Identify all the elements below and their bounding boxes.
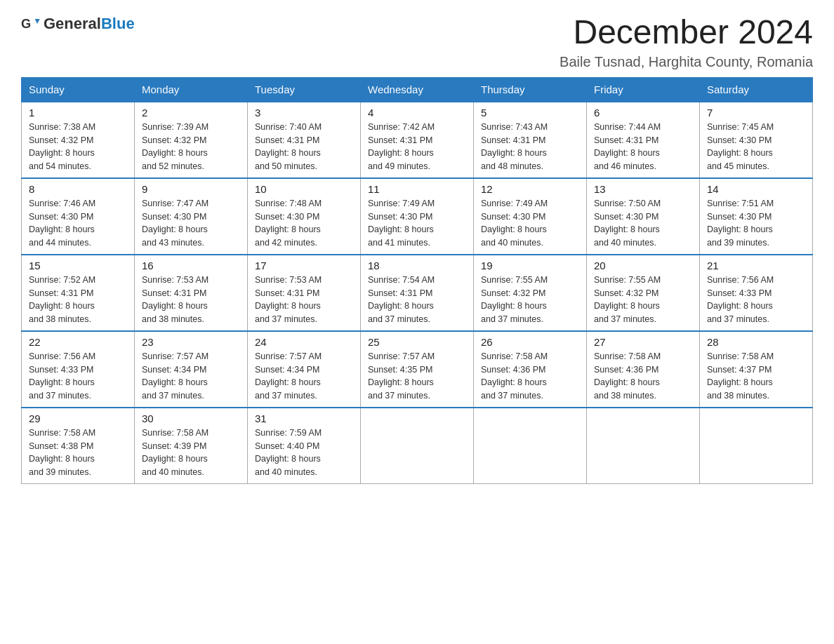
day-number: 16 xyxy=(142,260,240,271)
day-info: Sunrise: 7:55 AMSunset: 4:32 PMDaylight:… xyxy=(594,274,692,326)
day-info: Sunrise: 7:53 AMSunset: 4:31 PMDaylight:… xyxy=(255,274,353,326)
day-number: 1 xyxy=(29,107,127,119)
day-info: Sunrise: 7:58 AMSunset: 4:38 PMDaylight:… xyxy=(29,427,127,479)
calendar-cell: 5Sunrise: 7:43 AMSunset: 4:31 PMDaylight… xyxy=(474,102,587,178)
day-number: 17 xyxy=(255,260,353,271)
calendar-cell: 29Sunrise: 7:58 AMSunset: 4:38 PMDayligh… xyxy=(22,408,135,484)
calendar-week-row: 15Sunrise: 7:52 AMSunset: 4:31 PMDayligh… xyxy=(22,255,813,331)
day-info: Sunrise: 7:52 AMSunset: 4:31 PMDaylight:… xyxy=(29,274,127,326)
day-info: Sunrise: 7:45 AMSunset: 4:30 PMDaylight:… xyxy=(707,121,805,173)
day-number: 4 xyxy=(368,107,466,119)
calendar-cell: 25Sunrise: 7:57 AMSunset: 4:35 PMDayligh… xyxy=(361,331,474,408)
calendar-week-row: 22Sunrise: 7:56 AMSunset: 4:33 PMDayligh… xyxy=(22,331,813,408)
day-number: 25 xyxy=(368,336,466,348)
day-number: 9 xyxy=(142,183,240,195)
header-friday: Friday xyxy=(587,77,700,102)
day-number: 18 xyxy=(368,260,466,271)
day-number: 15 xyxy=(29,260,127,271)
day-info: Sunrise: 7:58 AMSunset: 4:36 PMDaylight:… xyxy=(594,350,692,403)
day-number: 22 xyxy=(29,336,127,348)
day-info: Sunrise: 7:48 AMSunset: 4:30 PMDaylight:… xyxy=(255,197,353,250)
calendar-cell xyxy=(700,408,813,484)
day-info: Sunrise: 7:54 AMSunset: 4:31 PMDaylight:… xyxy=(368,274,466,326)
day-info: Sunrise: 7:50 AMSunset: 4:30 PMDaylight:… xyxy=(594,197,692,250)
calendar-cell: 7Sunrise: 7:45 AMSunset: 4:30 PMDaylight… xyxy=(700,102,813,178)
day-number: 14 xyxy=(707,183,805,195)
day-info: Sunrise: 7:58 AMSunset: 4:37 PMDaylight:… xyxy=(707,350,805,403)
header-wednesday: Wednesday xyxy=(361,77,474,102)
calendar-week-row: 1Sunrise: 7:38 AMSunset: 4:32 PMDaylight… xyxy=(22,102,813,178)
calendar-cell: 19Sunrise: 7:55 AMSunset: 4:32 PMDayligh… xyxy=(474,255,587,331)
day-number: 5 xyxy=(481,107,579,119)
day-number: 11 xyxy=(368,183,466,195)
calendar-cell: 27Sunrise: 7:58 AMSunset: 4:36 PMDayligh… xyxy=(587,331,700,408)
calendar-cell: 10Sunrise: 7:48 AMSunset: 4:30 PMDayligh… xyxy=(248,178,361,255)
day-info: Sunrise: 7:38 AMSunset: 4:32 PMDaylight:… xyxy=(29,121,127,173)
day-number: 2 xyxy=(142,107,240,119)
day-info: Sunrise: 7:56 AMSunset: 4:33 PMDaylight:… xyxy=(707,274,805,326)
calendar-cell: 11Sunrise: 7:49 AMSunset: 4:30 PMDayligh… xyxy=(361,178,474,255)
calendar-cell: 24Sunrise: 7:57 AMSunset: 4:34 PMDayligh… xyxy=(248,331,361,408)
calendar-cell: 8Sunrise: 7:46 AMSunset: 4:30 PMDaylight… xyxy=(22,178,135,255)
day-number: 10 xyxy=(255,183,353,195)
calendar-cell: 13Sunrise: 7:50 AMSunset: 4:30 PMDayligh… xyxy=(587,178,700,255)
day-number: 3 xyxy=(255,107,353,119)
day-number: 7 xyxy=(707,107,805,119)
title-area: December 2024 Baile Tusnad, Harghita Cou… xyxy=(560,14,813,70)
calendar-cell: 1Sunrise: 7:38 AMSunset: 4:32 PMDaylight… xyxy=(22,102,135,178)
calendar-cell: 23Sunrise: 7:57 AMSunset: 4:34 PMDayligh… xyxy=(135,331,248,408)
calendar-cell: 14Sunrise: 7:51 AMSunset: 4:30 PMDayligh… xyxy=(700,178,813,255)
day-number: 13 xyxy=(594,183,692,195)
calendar-cell: 9Sunrise: 7:47 AMSunset: 4:30 PMDaylight… xyxy=(135,178,248,255)
header-monday: Monday xyxy=(135,77,248,102)
calendar-cell: 31Sunrise: 7:59 AMSunset: 4:40 PMDayligh… xyxy=(248,408,361,484)
calendar-cell: 20Sunrise: 7:55 AMSunset: 4:32 PMDayligh… xyxy=(587,255,700,331)
day-info: Sunrise: 7:47 AMSunset: 4:30 PMDaylight:… xyxy=(142,197,240,250)
svg-text:G: G xyxy=(21,17,31,31)
day-info: Sunrise: 7:59 AMSunset: 4:40 PMDaylight:… xyxy=(255,427,353,479)
day-number: 28 xyxy=(707,336,805,348)
calendar-cell: 4Sunrise: 7:42 AMSunset: 4:31 PMDaylight… xyxy=(361,102,474,178)
day-info: Sunrise: 7:57 AMSunset: 4:35 PMDaylight:… xyxy=(368,350,466,403)
calendar-week-row: 8Sunrise: 7:46 AMSunset: 4:30 PMDaylight… xyxy=(22,178,813,255)
day-info: Sunrise: 7:57 AMSunset: 4:34 PMDaylight:… xyxy=(255,350,353,403)
calendar-cell: 28Sunrise: 7:58 AMSunset: 4:37 PMDayligh… xyxy=(700,331,813,408)
calendar-cell: 26Sunrise: 7:58 AMSunset: 4:36 PMDayligh… xyxy=(474,331,587,408)
calendar-cell xyxy=(474,408,587,484)
header-sunday: Sunday xyxy=(22,77,135,102)
day-number: 6 xyxy=(594,107,692,119)
logo-icon: G xyxy=(21,14,41,34)
day-info: Sunrise: 7:55 AMSunset: 4:32 PMDaylight:… xyxy=(481,274,579,326)
day-info: Sunrise: 7:51 AMSunset: 4:30 PMDaylight:… xyxy=(707,197,805,250)
day-info: Sunrise: 7:58 AMSunset: 4:39 PMDaylight:… xyxy=(142,427,240,479)
day-number: 19 xyxy=(481,260,579,271)
day-info: Sunrise: 7:40 AMSunset: 4:31 PMDaylight:… xyxy=(255,121,353,173)
calendar-cell: 30Sunrise: 7:58 AMSunset: 4:39 PMDayligh… xyxy=(135,408,248,484)
day-number: 24 xyxy=(255,336,353,348)
calendar-cell: 16Sunrise: 7:53 AMSunset: 4:31 PMDayligh… xyxy=(135,255,248,331)
calendar-header-row: SundayMondayTuesdayWednesdayThursdayFrid… xyxy=(22,77,813,102)
day-number: 27 xyxy=(594,336,692,348)
logo-blue: Blue xyxy=(101,15,135,32)
location-subtitle: Baile Tusnad, Harghita County, Romania xyxy=(560,54,813,70)
calendar-cell xyxy=(361,408,474,484)
day-number: 31 xyxy=(255,412,353,424)
calendar-cell: 22Sunrise: 7:56 AMSunset: 4:33 PMDayligh… xyxy=(22,331,135,408)
day-info: Sunrise: 7:57 AMSunset: 4:34 PMDaylight:… xyxy=(142,350,240,403)
calendar-table: SundayMondayTuesdayWednesdayThursdayFrid… xyxy=(21,77,813,484)
svg-marker-1 xyxy=(35,19,40,24)
logo: G GeneralBlue xyxy=(21,14,135,34)
calendar-cell: 3Sunrise: 7:40 AMSunset: 4:31 PMDaylight… xyxy=(248,102,361,178)
header-thursday: Thursday xyxy=(474,77,587,102)
day-number: 29 xyxy=(29,412,127,424)
day-info: Sunrise: 7:43 AMSunset: 4:31 PMDaylight:… xyxy=(481,121,579,173)
day-info: Sunrise: 7:44 AMSunset: 4:31 PMDaylight:… xyxy=(594,121,692,173)
calendar-cell: 17Sunrise: 7:53 AMSunset: 4:31 PMDayligh… xyxy=(248,255,361,331)
day-number: 12 xyxy=(481,183,579,195)
day-number: 21 xyxy=(707,260,805,271)
calendar-cell: 12Sunrise: 7:49 AMSunset: 4:30 PMDayligh… xyxy=(474,178,587,255)
day-info: Sunrise: 7:42 AMSunset: 4:31 PMDaylight:… xyxy=(368,121,466,173)
month-title: December 2024 xyxy=(560,14,813,51)
day-number: 30 xyxy=(142,412,240,424)
day-number: 23 xyxy=(142,336,240,348)
